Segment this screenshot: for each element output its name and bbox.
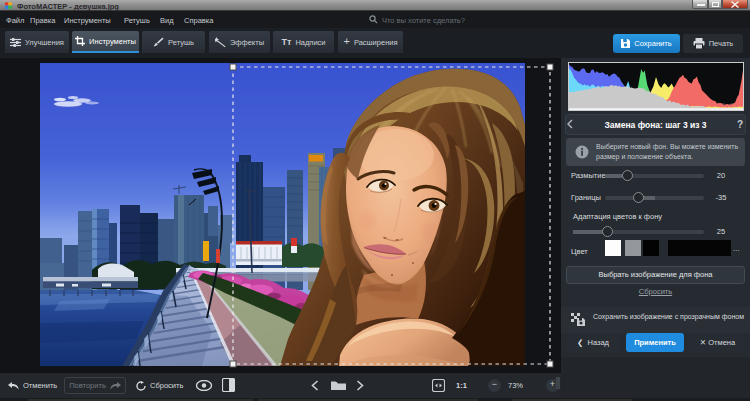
svg-text:?: ?	[737, 119, 743, 130]
